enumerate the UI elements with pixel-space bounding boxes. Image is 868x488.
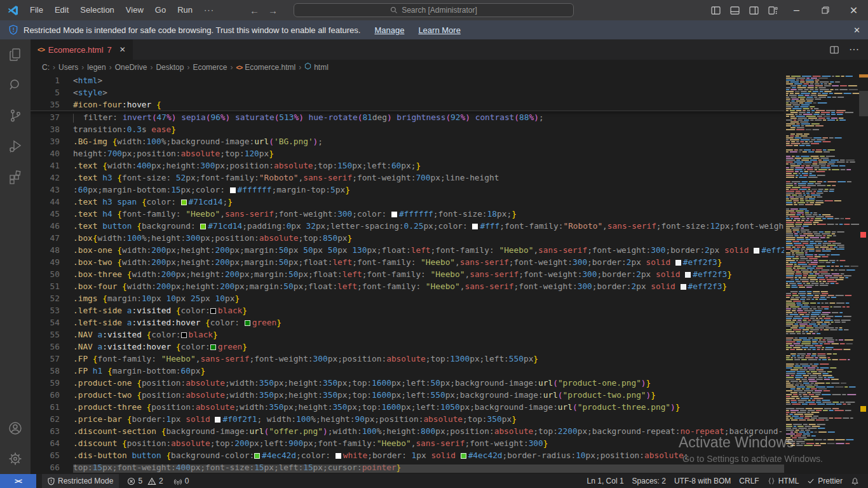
menu-selection[interactable]: Selection bbox=[74, 0, 119, 20]
breadcrumb-item-legen[interactable]: legen bbox=[87, 63, 105, 72]
code-line-61[interactable]: 61.product-three {position:absolute;widt… bbox=[31, 401, 784, 413]
breadcrumb-item-c-[interactable]: C: bbox=[42, 63, 50, 72]
code-line-59[interactable]: 59.product-one {position:absolute;width:… bbox=[31, 377, 784, 389]
back-arrow-icon[interactable]: ← bbox=[250, 5, 259, 16]
code-line-47[interactable]: 47.box{width:100%;height:300px;position:… bbox=[31, 232, 784, 244]
color-swatch[interactable] bbox=[461, 453, 466, 459]
toggle-panel-icon[interactable] bbox=[725, 0, 744, 20]
minimap[interactable] bbox=[784, 74, 859, 474]
code-line-45[interactable]: 45.text h4 {font-family: "Heebo",sans-se… bbox=[31, 208, 784, 220]
more-menus-button[interactable]: ··· bbox=[198, 0, 220, 20]
banner-close-icon[interactable]: ✕ bbox=[853, 25, 860, 35]
menu-go[interactable]: Go bbox=[149, 0, 172, 20]
color-swatch[interactable] bbox=[200, 224, 206, 229]
code-line-52[interactable]: 52.imgs {margin:10px 10px 25px 10px} bbox=[31, 292, 784, 304]
code-line-1[interactable]: 1<html> bbox=[31, 74, 784, 86]
color-swatch[interactable] bbox=[391, 212, 397, 217]
code-line-60[interactable]: 60.product-two {position:absolute;width:… bbox=[31, 389, 784, 401]
color-swatch[interactable] bbox=[215, 417, 220, 423]
code-line-53[interactable]: 53.left-side a:visited {color:black} bbox=[31, 304, 784, 316]
explorer-icon[interactable] bbox=[0, 39, 31, 70]
problems-status[interactable]: 5 2 bbox=[124, 477, 166, 485]
code-line-35[interactable]: 35#icon-four:hover { bbox=[31, 98, 784, 111]
ports-status[interactable]: 0 bbox=[170, 477, 193, 485]
code-line-46[interactable]: 46.text button {background: #71cd14;padd… bbox=[31, 220, 784, 232]
breadcrumb-item-html[interactable]: html bbox=[304, 62, 329, 72]
split-editor-icon[interactable] bbox=[830, 46, 839, 54]
code-line-65[interactable]: 65.dis-button button {background-color:#… bbox=[31, 449, 784, 461]
language-mode[interactable]: HTML bbox=[766, 477, 801, 485]
code-line-57[interactable]: 57.FP {font-family: "Heebo",sans-serif;f… bbox=[31, 353, 784, 365]
color-swatch[interactable] bbox=[210, 344, 216, 350]
scrollbar-thumb[interactable] bbox=[859, 91, 868, 116]
manage-link[interactable]: Manage bbox=[374, 25, 404, 35]
color-swatch[interactable] bbox=[210, 308, 216, 314]
tab-close-icon[interactable]: ✕ bbox=[119, 45, 126, 54]
color-swatch[interactable] bbox=[336, 453, 341, 459]
code-line-39[interactable]: 39.BG-img {width:100%;background-image:u… bbox=[31, 135, 784, 147]
code-line-5[interactable]: 5<style> bbox=[31, 86, 784, 98]
breadcrumb-item-desktop[interactable]: Desktop bbox=[156, 63, 184, 72]
code-line-48[interactable]: 48.box-one {width:200px;height:200px;mar… bbox=[31, 244, 784, 256]
toggle-sidebar-icon[interactable] bbox=[706, 0, 725, 20]
color-swatch[interactable] bbox=[675, 260, 681, 266]
code-line-43[interactable]: 43:60px;margin-bottom:15px;color: #fffff… bbox=[31, 184, 784, 196]
more-actions-icon[interactable]: ··· bbox=[849, 44, 859, 55]
account-icon[interactable] bbox=[0, 413, 31, 444]
code-line-44[interactable]: 44.text h3 span {color: #71cd14;} bbox=[31, 196, 784, 208]
menu-file[interactable]: File bbox=[24, 0, 49, 20]
menu-view[interactable]: View bbox=[120, 0, 149, 20]
code-line-64[interactable]: 64.discount {position:absolute;top:200px… bbox=[31, 437, 784, 449]
minimize-button[interactable]: – bbox=[782, 0, 811, 20]
color-swatch[interactable] bbox=[472, 224, 478, 229]
source-control-icon[interactable] bbox=[0, 100, 31, 131]
command-center-search[interactable]: Search [Administrator] bbox=[294, 3, 574, 17]
settings-gear-icon[interactable] bbox=[0, 444, 31, 474]
toggle-secondary-sidebar-icon[interactable] bbox=[744, 0, 763, 20]
code-line-55[interactable]: 55.NAV a:visited {color:black} bbox=[31, 329, 784, 341]
color-swatch[interactable] bbox=[230, 187, 236, 193]
vertical-scrollbar[interactable] bbox=[859, 74, 868, 474]
code-line-62[interactable]: 62.price-bar {border:1px solid #f0f2f1; … bbox=[31, 413, 784, 425]
eol-sequence[interactable]: CRLF bbox=[738, 477, 760, 485]
code-line-37[interactable]: 37filter: invert(47%) sepia(96%) saturat… bbox=[31, 111, 784, 123]
code-line-54[interactable]: 54.left-side a:visited:hover {color: gre… bbox=[31, 316, 784, 329]
encoding[interactable]: UTF-8 with BOM bbox=[673, 477, 732, 485]
run-debug-icon[interactable] bbox=[0, 131, 31, 161]
code-line-56[interactable]: 56.NAV a:visited:hover {color:green} bbox=[31, 341, 784, 353]
code-line-50[interactable]: 50.box-three {width:200px;height:200px;m… bbox=[31, 268, 784, 280]
learn-more-link[interactable]: Learn More bbox=[418, 25, 460, 35]
breadcrumb-item-ecomerce[interactable]: Ecomerce bbox=[193, 63, 227, 72]
color-swatch[interactable] bbox=[254, 453, 260, 459]
color-swatch[interactable] bbox=[181, 332, 187, 338]
code-editor[interactable]: 1<html>5<style>35#icon-four:hover { 37fi… bbox=[31, 74, 868, 474]
breadcrumb-item-ecomerce-html[interactable]: <>Ecomerce.html bbox=[236, 63, 295, 72]
restore-button[interactable] bbox=[811, 0, 839, 20]
color-swatch[interactable] bbox=[685, 272, 691, 278]
code-line-51[interactable]: 51.box-four {width:200px;height:200px;ma… bbox=[31, 280, 784, 292]
forward-arrow-icon[interactable]: → bbox=[268, 5, 278, 16]
extensions-icon[interactable] bbox=[0, 161, 31, 192]
horizontal-scrollbar[interactable] bbox=[73, 464, 784, 473]
color-swatch[interactable] bbox=[754, 248, 759, 254]
indentation[interactable]: Spaces: 2 bbox=[631, 477, 667, 485]
code-line-40[interactable]: 40height:700px;position:absolute;top:120… bbox=[31, 147, 784, 159]
code-line-38[interactable]: 38transition:0.3s ease} bbox=[31, 123, 784, 135]
code-line-49[interactable]: 49.box-two {width:200px;height:200px;mar… bbox=[31, 256, 784, 268]
search-sidebar-icon[interactable] bbox=[0, 70, 31, 100]
close-window-button[interactable]: ✕ bbox=[839, 0, 868, 20]
code-line-42[interactable]: 42.text h3 {font-size: 52px;font-family:… bbox=[31, 172, 784, 184]
formatter-status[interactable]: Prettier bbox=[806, 477, 844, 485]
color-swatch[interactable] bbox=[245, 320, 250, 326]
breadcrumb-item-onedrive[interactable]: OneDrive bbox=[115, 63, 147, 72]
menu-run[interactable]: Run bbox=[172, 0, 198, 20]
remote-indicator[interactable]: >< bbox=[0, 474, 36, 488]
tab-ecomerce-html[interactable]: <> Ecomerce.html 7 ✕ bbox=[31, 39, 133, 60]
code-line-63[interactable]: 63.discount-section {background-image:ur… bbox=[31, 425, 784, 437]
menu-edit[interactable]: Edit bbox=[49, 0, 74, 20]
code-line-41[interactable]: 41.text {width:400px;height:300px;positi… bbox=[31, 159, 784, 172]
customize-layout-icon[interactable] bbox=[763, 0, 782, 20]
cursor-position[interactable]: Ln 1, Col 1 bbox=[586, 477, 625, 485]
color-swatch[interactable] bbox=[681, 284, 686, 290]
color-swatch[interactable] bbox=[181, 200, 187, 205]
